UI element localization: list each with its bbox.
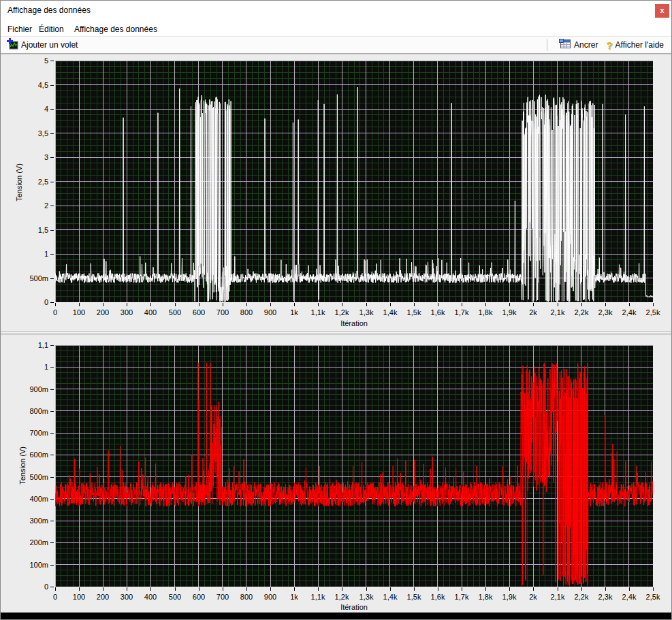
x-tick-label: 2,2k	[575, 308, 589, 316]
x-tick-label: 2,5k	[646, 593, 660, 601]
x-tick-mark	[653, 587, 654, 591]
x-tick-label: 900	[264, 308, 276, 316]
y-tick-mark	[50, 389, 54, 390]
x-tick-mark	[390, 587, 391, 591]
x-tick-label: 0	[53, 308, 57, 316]
add-pane-button[interactable]: Ajouter un volet	[5, 37, 80, 52]
y-tick-mark	[50, 85, 54, 86]
x-axis-title-bottom: Itération	[55, 603, 653, 611]
x-tick-mark	[438, 303, 438, 306]
x-tick-mark	[294, 303, 295, 306]
x-tick-mark	[223, 587, 223, 591]
y-tick-mark	[50, 411, 54, 412]
x-tick-mark	[558, 303, 558, 306]
x-tick-mark	[462, 303, 462, 306]
y-tick-mark	[50, 565, 54, 566]
x-tick-label: 300	[121, 308, 133, 316]
x-tick-mark	[629, 303, 630, 306]
x-tick-mark	[653, 303, 654, 306]
y-tick-label: 0	[44, 583, 48, 591]
y-tick-label: 1,1	[38, 341, 48, 349]
y-tick-label: 400m	[29, 495, 48, 503]
x-tick-mark	[127, 587, 127, 591]
x-tick-mark	[294, 587, 295, 591]
x-tick-mark	[223, 303, 223, 306]
y-tick-mark	[50, 455, 54, 455]
x-tick-mark	[103, 587, 103, 591]
x-tick-mark	[366, 587, 367, 591]
x-tick-label: 2,2k	[575, 593, 589, 601]
y-tick-mark	[50, 109, 54, 110]
x-tick-label: 1,1k	[311, 308, 325, 316]
x-tick-label: 300	[121, 593, 133, 601]
x-tick-mark	[150, 303, 151, 306]
y-tick-label: 500m	[29, 473, 48, 481]
x-tick-mark	[246, 303, 247, 306]
x-tick-mark	[462, 587, 462, 591]
plot-area-top[interactable]	[55, 61, 653, 302]
menu-bar: Fichier Édition Affichage des données	[1, 20, 671, 36]
x-tick-mark	[533, 587, 534, 591]
y-tick-label: 4,5	[38, 81, 48, 89]
dock-button[interactable]: Ancrer	[557, 38, 600, 52]
y-tick-label: 1	[44, 363, 48, 371]
y-tick-mark	[50, 133, 54, 134]
x-tick-label: 1,3k	[359, 308, 374, 316]
x-tick-label: 1,6k	[431, 308, 445, 316]
y-axis-title-bottom: Tension (V)	[18, 442, 27, 489]
menu-item-affichage-des-donnees[interactable]: Affichage des données	[71, 23, 160, 35]
dock-icon	[559, 39, 571, 51]
x-tick-mark	[318, 303, 319, 306]
y-tick-mark	[50, 302, 54, 303]
menu-item-edition[interactable]: Édition	[36, 23, 67, 35]
x-tick-label: 1,7k	[455, 308, 469, 316]
y-tick-mark	[50, 521, 54, 521]
y-tick-label: 3,5	[38, 129, 48, 137]
menu-item-fichier[interactable]: Fichier	[5, 23, 35, 35]
x-tick-label: 0	[53, 593, 57, 601]
x-tick-label: 2,4k	[622, 593, 637, 601]
x-tick-label: 600	[193, 308, 205, 316]
y-tick-mark	[50, 499, 54, 500]
y-tick-label: 900m	[29, 385, 48, 393]
y-tick-mark	[50, 230, 54, 231]
y-tick-mark	[50, 157, 54, 158]
add-pane-label: Ajouter un volet	[21, 40, 78, 50]
x-tick-mark	[55, 587, 56, 591]
plot-area-bottom[interactable]	[55, 345, 653, 587]
y-tick-mark	[50, 182, 54, 182]
x-tick-label: 1,6k	[431, 593, 445, 601]
x-tick-label: 800	[240, 593, 253, 601]
x-tick-mark	[127, 303, 127, 306]
y-tick-mark	[50, 433, 54, 434]
x-tick-mark	[199, 587, 199, 591]
x-tick-mark	[366, 303, 367, 306]
add-pane-icon	[7, 38, 18, 52]
y-tick-label: 1	[44, 250, 48, 258]
x-tick-label: 2k	[529, 308, 537, 316]
x-tick-mark	[318, 587, 319, 591]
x-tick-label: 200	[97, 593, 109, 601]
x-tick-label: 400	[144, 593, 157, 601]
x-tick-mark	[79, 303, 80, 306]
x-tick-label: 700	[217, 308, 229, 316]
x-tick-mark	[414, 587, 415, 591]
y-tick-mark	[50, 477, 54, 478]
x-tick-label: 1,7k	[455, 593, 469, 601]
x-tick-mark	[605, 587, 606, 591]
x-tick-mark	[199, 303, 199, 306]
x-tick-mark	[175, 587, 176, 591]
y-tick-label: 100m	[29, 561, 48, 569]
x-tick-mark	[605, 303, 606, 306]
dock-label: Ancrer	[574, 40, 598, 50]
help-button[interactable]: ? Afficher l'aide	[604, 39, 666, 52]
x-tick-label: 1,8k	[479, 593, 493, 601]
x-tick-mark	[558, 587, 558, 591]
y-tick-label: 3	[44, 153, 48, 161]
close-button[interactable]: x	[655, 4, 669, 18]
x-tick-label: 500	[169, 593, 181, 601]
x-tick-mark	[342, 587, 342, 591]
title-bar: Affichage des données x	[1, 1, 671, 20]
y-tick-label: 4	[44, 105, 48, 113]
x-tick-label: 400	[144, 308, 157, 316]
